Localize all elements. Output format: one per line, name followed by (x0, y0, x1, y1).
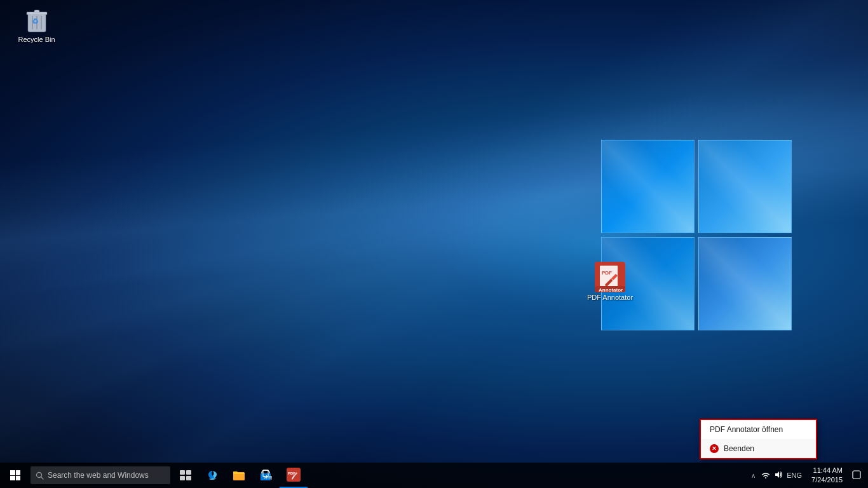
windows-logo (601, 140, 792, 330)
edge-icon (206, 469, 219, 482)
win-logo-pane-br (698, 237, 792, 330)
pdf-annotator-taskbar-icon: PDF (286, 467, 301, 482)
recycle-bin-image: ♻ (24, 5, 50, 33)
network-tray-icon[interactable] (759, 469, 772, 482)
svg-rect-17 (186, 476, 191, 480)
pdf-annotator-taskbar-button[interactable]: PDF (280, 463, 308, 488)
svg-rect-5 (34, 10, 39, 13)
svg-rect-15 (186, 470, 191, 475)
win-logo-pane-tl (601, 140, 695, 233)
store-button[interactable]: shop (253, 463, 278, 488)
task-view-button[interactable] (173, 463, 198, 488)
network-icon (761, 470, 770, 479)
start-icon (10, 470, 20, 480)
pdf-annotator-desktop-label: PDF Annotator (587, 294, 633, 301)
context-menu-close[interactable]: ✕ Beenden (701, 439, 816, 458)
context-menu-open-label: PDF Annotator öffnen (710, 425, 783, 434)
win-logo-pane-tr (698, 140, 792, 233)
svg-rect-14 (180, 470, 185, 475)
clock-time: 11:44 AM (811, 466, 843, 475)
taskbar: Search the web and Windows (0, 463, 868, 488)
search-bar[interactable]: Search the web and Windows (31, 466, 170, 484)
tray-expand-button[interactable]: ∧ (750, 471, 757, 480)
svg-rect-25 (853, 471, 860, 478)
context-menu-open[interactable]: PDF Annotator öffnen (701, 420, 816, 439)
search-icon (36, 471, 44, 480)
taskbar-context-menu: PDF Annotator öffnen ✕ Beenden (700, 419, 817, 459)
recycle-bin-icon[interactable]: ♻ Recycle Bin (13, 5, 60, 43)
start-button[interactable] (0, 463, 31, 488)
taskbar-apps: shop PDF (170, 463, 745, 488)
svg-text:PDF: PDF (602, 270, 612, 276)
store-icon: shop (259, 469, 272, 482)
close-icon: ✕ (710, 444, 719, 453)
notifications-icon (852, 470, 861, 479)
file-explorer-icon (233, 469, 245, 482)
clock-date: 7/24/2015 (811, 475, 843, 485)
edge-browser-button[interactable] (200, 463, 225, 488)
svg-text:♻: ♻ (32, 17, 39, 26)
svg-text:shop: shop (264, 475, 273, 480)
task-view-icon (180, 470, 191, 480)
svg-marker-24 (775, 471, 779, 478)
svg-line-13 (41, 477, 44, 479)
system-clock[interactable]: 11:44 AM 7/24/2015 (806, 466, 848, 485)
file-explorer-button[interactable] (226, 463, 252, 488)
pdf-annotator-desktop-icon[interactable]: PDF Annotator PDF Annotator (585, 261, 635, 301)
pdf-annotator-image: PDF Annotator (593, 261, 627, 294)
desktop: ♻ Recycle Bin PDF Annotator PDF Annotato… (0, 0, 868, 488)
system-tray: ∧ (745, 466, 868, 485)
svg-text:Annotator: Annotator (599, 287, 623, 293)
context-menu-close-label: Beenden (724, 444, 754, 453)
language-indicator[interactable]: ENG (785, 470, 804, 480)
volume-icon (774, 470, 783, 479)
volume-tray-icon[interactable] (772, 469, 785, 482)
tray-icons-group: ENG (759, 469, 804, 482)
svg-rect-16 (180, 476, 185, 480)
search-placeholder: Search the web and Windows (48, 471, 149, 480)
notifications-button[interactable] (850, 469, 863, 482)
recycle-bin-label: Recycle Bin (18, 36, 55, 43)
